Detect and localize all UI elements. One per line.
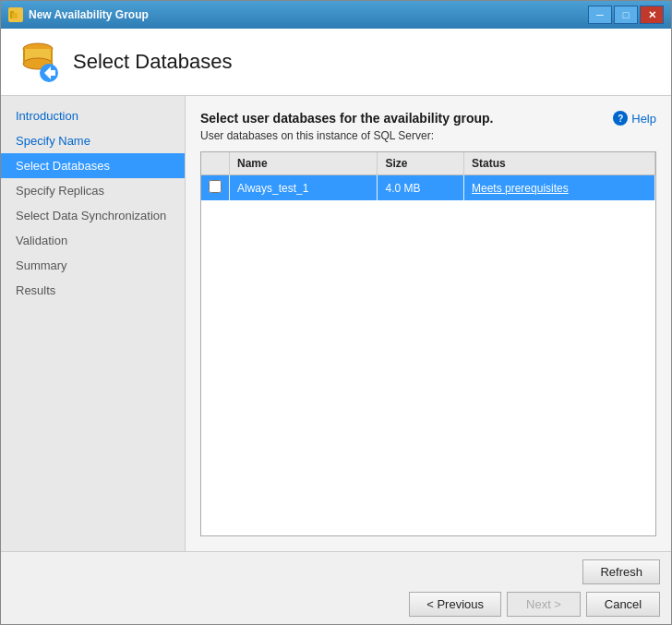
refresh-button[interactable]: Refresh (582, 559, 660, 584)
refresh-row: Refresh (12, 559, 660, 584)
previous-button[interactable]: < Previous (409, 592, 501, 617)
window-controls: ─ □ ✕ (588, 6, 664, 24)
row-size: 4.0 MB (378, 175, 464, 201)
cancel-button[interactable]: Cancel (586, 592, 660, 617)
status-link[interactable]: Meets prerequisites (472, 182, 569, 195)
row-checkbox-cell (201, 175, 230, 201)
sidebar-item-introduction[interactable]: Introduction (1, 103, 185, 128)
minimize-button[interactable]: ─ (588, 6, 612, 24)
table-header-row: Name Size Status (201, 152, 655, 175)
maximize-button[interactable]: □ (614, 6, 638, 24)
col-size: Size (378, 152, 464, 175)
sidebar-item-specify-name[interactable]: Specify Name (1, 128, 185, 153)
col-checkbox (201, 152, 230, 175)
help-icon: ? (613, 111, 628, 126)
wizard-icon (16, 40, 60, 84)
col-name: Name (230, 152, 378, 175)
page-title: Select Databases (73, 50, 232, 74)
row-status: Meets prerequisites (464, 175, 655, 201)
sidebar-item-select-data-synchronization: Select Data Synchronization (1, 203, 185, 228)
next-button[interactable]: Next > (507, 592, 581, 617)
sidebar-item-validation: Validation (1, 228, 185, 253)
section-title: Select user databases for the availabili… (200, 111, 493, 126)
sidebar: IntroductionSpecify NameSelect Databases… (1, 96, 186, 551)
close-button[interactable]: ✕ (640, 6, 664, 24)
svg-rect-7 (51, 49, 53, 64)
help-label: Help (631, 112, 656, 126)
app-icon (8, 7, 23, 22)
main-panel: Select user databases for the availabili… (186, 96, 671, 551)
databases-table: Name Size Status Always_test_14.0 MBMeet… (201, 152, 655, 200)
svg-rect-2 (12, 13, 18, 18)
sidebar-item-summary: Summary (1, 253, 185, 278)
sidebar-item-select-databases[interactable]: Select Databases (1, 153, 185, 178)
db-checkbox[interactable] (209, 180, 222, 193)
table-row[interactable]: Always_test_14.0 MBMeets prerequisites (201, 175, 655, 201)
sidebar-item-specify-replicas: Specify Replicas (1, 178, 185, 203)
sidebar-item-results: Results (1, 278, 185, 303)
col-status: Status (464, 152, 655, 175)
section-subtitle: User databases on this instance of SQL S… (200, 129, 493, 142)
row-name: Always_test_1 (230, 175, 378, 201)
bottom-bar: Refresh < Previous Next > Cancel (1, 551, 671, 624)
content-area: IntroductionSpecify NameSelect Databases… (1, 96, 671, 551)
databases-table-container: Name Size Status Always_test_14.0 MBMeet… (200, 151, 656, 536)
title-bar: New Availability Group ─ □ ✕ (1, 1, 671, 29)
window-title: New Availability Group (29, 8, 149, 21)
panel-header: Select user databases for the availabili… (200, 111, 656, 142)
panel-header-text: Select user databases for the availabili… (200, 111, 493, 142)
nav-row: < Previous Next > Cancel (12, 592, 660, 617)
help-link[interactable]: ? Help (613, 111, 656, 126)
table-body: Always_test_14.0 MBMeets prerequisites (201, 175, 655, 201)
header-area: Select Databases (1, 29, 671, 96)
title-bar-left: New Availability Group (8, 7, 149, 22)
main-window: New Availability Group ─ □ ✕ Select Data… (0, 0, 672, 625)
svg-rect-6 (23, 49, 25, 64)
